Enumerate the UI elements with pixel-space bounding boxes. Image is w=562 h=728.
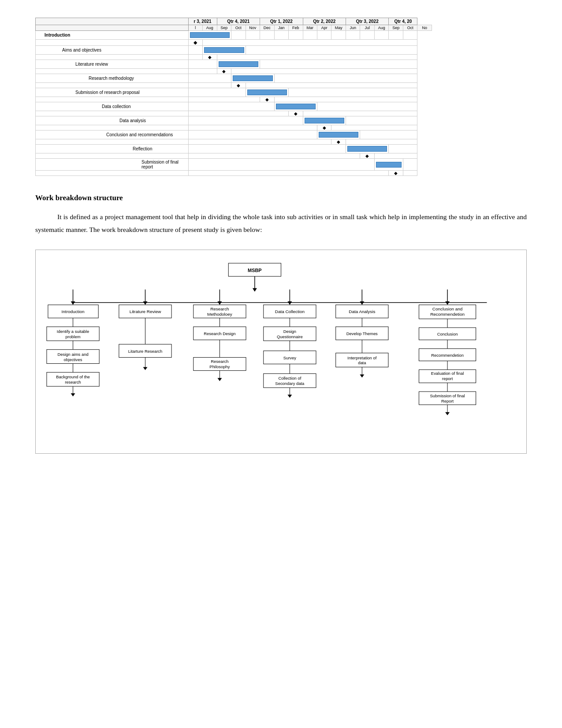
- wbs-top-node: MSBP: [248, 268, 262, 273]
- gantt-row: Data analysis: [36, 116, 432, 125]
- gantt-milestone-row: ◆: [36, 97, 432, 102]
- svg-text:research: research: [65, 380, 81, 385]
- svg-text:Report: Report: [441, 399, 454, 403]
- svg-text:Questionnaire: Questionnaire: [277, 334, 303, 339]
- svg-text:Methodoloey: Methodoloey: [207, 312, 232, 317]
- gantt-milestone-row: ◆: [36, 83, 432, 88]
- wbs-diagram-svg: MSBP Introduction Identify a: [40, 259, 522, 443]
- gantt-row: Submission of final report: [36, 159, 432, 171]
- gantt-chart: r 3, 2021 Qtr 4, 2021 Qtr 1, 2022 Qtr 2,…: [35, 18, 527, 176]
- wbs-col1-header: Introduction: [62, 309, 85, 314]
- wbs-col6-header: Conclusion and: [432, 306, 462, 311]
- svg-marker-7: [143, 301, 148, 305]
- svg-text:report: report: [442, 376, 453, 381]
- gantt-milestone-row: ◆: [36, 111, 432, 116]
- wbs-col4-header: Data Collection: [275, 309, 305, 314]
- gantt-row: Conclusion and recommendations: [36, 131, 432, 139]
- svg-text:Research Design: Research Design: [204, 331, 235, 336]
- svg-text:Design: Design: [283, 329, 296, 334]
- svg-text:data: data: [358, 360, 366, 365]
- wbs-col5-header: Data Analysis: [349, 309, 375, 314]
- gantt-row-milestone: ◆: [36, 40, 432, 46]
- section-heading: Work breakdown structure: [35, 194, 527, 202]
- svg-text:Litarture Research: Litarture Research: [128, 349, 163, 354]
- svg-text:Philosophy: Philosophy: [209, 364, 230, 369]
- svg-marker-36: [143, 367, 148, 370]
- wbs-interpretation-of: Interpretation of: [347, 355, 376, 360]
- svg-text:Survey: Survey: [283, 355, 297, 360]
- svg-text:Evaluation of final: Evaluation of final: [431, 371, 464, 376]
- svg-marker-11: [287, 301, 292, 305]
- svg-marker-5: [71, 301, 75, 305]
- gantt-row: Research methodology: [36, 74, 432, 83]
- svg-text:Research: Research: [211, 359, 228, 364]
- body-text: It is defined as a project management to…: [35, 210, 527, 236]
- svg-marker-30: [71, 393, 75, 396]
- svg-marker-70: [360, 374, 364, 377]
- svg-text:Secondary data: Secondary data: [275, 381, 305, 386]
- svg-text:Collection of: Collection of: [278, 376, 301, 381]
- svg-marker-15: [445, 301, 450, 305]
- svg-marker-2: [253, 288, 257, 291]
- svg-text:problem: problem: [66, 334, 81, 339]
- gantt-row: Submission of research proposal: [36, 88, 432, 97]
- gantt-row: Aims and objectives: [36, 46, 432, 55]
- svg-marker-88: [445, 412, 450, 415]
- svg-marker-9: [217, 301, 222, 305]
- gantt-row: Reflection: [36, 145, 432, 153]
- gantt-milestone-row: ◆: [36, 139, 432, 145]
- svg-text:Conclusion: Conclusion: [437, 332, 458, 336]
- wbs-col3-header: Research: [210, 306, 229, 311]
- gantt-milestone-row: ◆: [36, 153, 432, 159]
- gantt-milestone-row: ◆: [36, 55, 432, 60]
- gantt-milestone-row: ◆: [36, 69, 432, 74]
- svg-text:Recommendetion: Recommendetion: [431, 352, 464, 357]
- svg-marker-13: [360, 301, 364, 305]
- svg-text:Develop Themes: Develop Themes: [346, 331, 378, 336]
- svg-text:Submission of final: Submission of final: [430, 393, 465, 398]
- gantt-milestone-row: ◆: [36, 171, 432, 176]
- gantt-row: Introduction: [36, 31, 432, 40]
- svg-marker-61: [287, 395, 292, 398]
- svg-marker-47: [217, 378, 222, 381]
- svg-text:Design aims and: Design aims and: [57, 351, 88, 356]
- wbs-section: Work breakdown structure It is defined a…: [35, 194, 527, 236]
- svg-text:Recommendetion: Recommendetion: [430, 312, 465, 317]
- wbs-col2-header: Litrature Review: [130, 309, 162, 314]
- gantt-row: Data collection: [36, 102, 432, 111]
- gantt-milestone-row: ◆: [36, 125, 432, 131]
- svg-text:Identify a suitable: Identify a suitable: [57, 329, 89, 334]
- gantt-row: Literature review: [36, 60, 432, 69]
- svg-text:Background of the: Background of the: [56, 374, 89, 379]
- wbs-diagram-container: MSBP Introduction Identify a: [35, 250, 527, 454]
- svg-text:objectives: objectives: [64, 357, 82, 362]
